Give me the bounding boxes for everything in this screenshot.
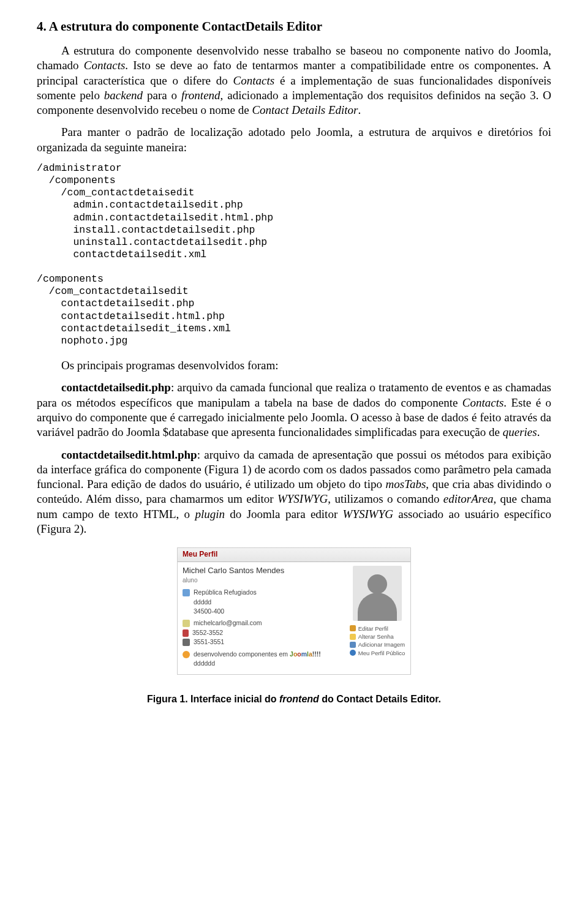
change-password-link[interactable]: Alterar Senha (350, 633, 405, 640)
caption-text: Figura 1. Interface inicial do (147, 694, 279, 704)
edit-profile-link[interactable]: Editar Perfil (350, 625, 405, 633)
term-contacts: Contacts (462, 396, 504, 409)
extra-text: dddddd (194, 659, 215, 667)
profile-name: Michel Carlo Santos Mendes (183, 566, 344, 576)
text: . (537, 426, 540, 438)
term-wysiwyg: WYSIWYG (277, 492, 328, 505)
term-wysiwyg: WYSIWYG (343, 508, 393, 520)
edit-icon (350, 625, 356, 631)
avatar-placeholder (353, 566, 402, 621)
address-line: ddddd (194, 598, 211, 606)
mail-icon (183, 620, 190, 627)
text: !!!! (312, 650, 321, 658)
term-mostabs: mosTabs (386, 478, 426, 490)
action-label: Meu Perfil Público (358, 649, 405, 657)
text: para o (143, 89, 181, 102)
term-contacts: Contacts (233, 74, 275, 87)
term-editorarea: editorArea (443, 492, 494, 505)
text: desenvolvendo componentes em (194, 650, 290, 658)
joomla-logo-text: Joomla (290, 650, 312, 658)
text: . (358, 103, 361, 116)
term-backend: backend (104, 89, 143, 102)
paragraph-3: Os principais programas desenvolvidos fo… (37, 358, 551, 373)
code-block-1: /administrator /components /com_contactd… (37, 162, 551, 347)
caption-text: do Contact Details Editor. (319, 694, 441, 704)
phone-value: 3552-3552 (192, 629, 223, 637)
paragraph-1: A estrutura do componente desenvolvido n… (37, 43, 551, 118)
fax-value: 3551-3551 (194, 638, 224, 646)
public-profile-link[interactable]: Meu Perfil Público (350, 649, 405, 657)
caption-term-frontend: frontend (279, 694, 319, 704)
email-value: michelcarlo@gmail.com (194, 619, 262, 627)
address-line: República Refugiados (194, 588, 257, 596)
panel-header: Meu Perfil (178, 548, 410, 562)
home-icon (183, 589, 190, 596)
term-queries: queries (503, 426, 537, 438)
term-contacts: Contacts (84, 59, 126, 72)
text: , utilizamos o comando (328, 492, 443, 505)
filename-php: contactdetailsedit.php (61, 381, 171, 394)
profile-actions: Editar Perfil Alterar Senha Adicionar Im… (350, 625, 405, 657)
profile-role: aluno (183, 577, 344, 585)
paragraph-5: contactdetailsedit.html.php: arquivo da … (37, 448, 551, 537)
figure-1: Meu Perfil Michel Carlo Santos Mendes al… (37, 547, 551, 674)
filename-html-php: contactdetailsedit.html.php (61, 448, 197, 461)
globe-icon (350, 650, 356, 656)
phone-icon (183, 629, 189, 637)
paragraph-4: contactdetailsedit.php: arquivo da camad… (37, 380, 551, 440)
paragraph-2: Para manter o padrão de localização adot… (37, 125, 551, 155)
section-heading: 4. A estrutura do componente ContactDeta… (37, 18, 551, 35)
fax-icon (183, 639, 190, 646)
action-label: Adicionar Imagem (358, 640, 405, 648)
add-image-link[interactable]: Adicionar Imagem (350, 640, 405, 648)
profile-panel: Meu Perfil Michel Carlo Santos Mendes al… (177, 547, 411, 674)
key-icon (350, 634, 356, 640)
image-icon (350, 642, 356, 648)
action-label: Alterar Senha (358, 633, 394, 640)
figure-caption: Figura 1. Interface inicial do frontend … (37, 693, 551, 705)
dev-text: desenvolvendo componentes em Joomla!!!! (194, 650, 321, 658)
chat-icon (183, 651, 190, 658)
profile-details: Michel Carlo Santos Mendes aluno Repúbli… (183, 566, 344, 669)
address-line: 34500-400 (194, 607, 224, 615)
term-contact-details-editor: Contact Details Editor (252, 103, 358, 116)
text: do Joomla para editor (225, 508, 343, 520)
action-label: Editar Perfil (358, 625, 388, 633)
term-frontend: frontend (181, 89, 221, 102)
term-plugin: plugin (195, 508, 225, 520)
